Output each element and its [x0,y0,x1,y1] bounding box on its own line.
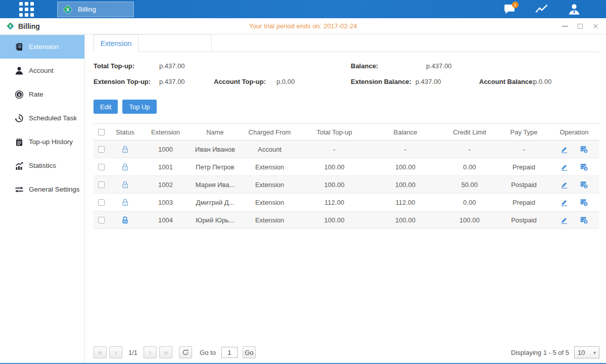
cell-balance: - [370,146,441,153]
go-button[interactable]: Go [243,346,256,358]
edit-button[interactable]: Edit [94,100,118,114]
minimize-icon[interactable] [562,23,569,30]
cell-total-topup: 100.00 [299,181,370,189]
next-page-button[interactable]: › [144,346,157,358]
edit-row-icon[interactable] [560,145,569,154]
sidebar-item-statistics[interactable]: Statistics [0,154,84,177]
cell-pay-type: Postpaid [498,181,549,189]
col-charged-from: Charged From [241,128,299,136]
cell-name: Петр Петров [190,163,241,171]
chevron-down-icon: ▾ [593,350,596,355]
edit-row-icon[interactable] [560,180,569,189]
app-tab-label: Billing [78,6,96,13]
col-total-topup: Total Top-up [299,128,370,136]
window-title-bar: $ Billing Your trial period ends on: 201… [0,18,606,34]
sidebar-item-topup-history[interactable]: Top-up History [0,130,84,154]
table-header: Status Extension Name Charged From Total… [94,123,599,141]
tab-extension[interactable]: Extension [94,34,138,52]
extension-topup-label: Extension Top-up: [94,78,151,85]
extensions-table: Status Extension Name Charged From Total… [94,123,599,229]
last-page-button[interactable]: » [159,346,172,358]
row-checkbox[interactable] [98,217,105,223]
resource-monitor-icon[interactable] [534,3,549,16]
svg-text:$: $ [585,219,587,223]
edit-row-icon[interactable] [560,216,569,224]
cell-name: Дмитрий Д... [190,199,241,206]
sidebar-item-general-settings[interactable]: General Settings [0,177,84,201]
cell-charged-from: Extension [241,199,299,206]
cell-name: Мария Ива... [190,181,241,189]
sidebar-item-label: General Settings [29,186,80,193]
balance-summary: Total Top-up: p.437.00 Balance: p.437.00… [94,59,599,90]
page-size-value: 10 [578,349,585,356]
refresh-button[interactable] [179,346,192,358]
sidebar-item-label: Top-up History [29,138,73,146]
sidebar-item-label: Account [29,67,54,74]
refresh-icon [182,349,189,356]
row-checkbox[interactable] [98,164,105,170]
billing-title-icon: $ [6,22,15,30]
first-page-button[interactable]: « [94,346,107,358]
edit-row-icon[interactable] [560,163,569,171]
top-up-button[interactable]: Top Up [122,100,156,114]
user-account-icon[interactable] [567,3,582,16]
goto-page-input[interactable] [221,347,238,358]
goto-label: Go to [200,349,216,356]
window-title: Billing [18,22,40,30]
sidebar-item-extension[interactable]: Extension [0,35,84,59]
cell-credit-limit: 0.00 [441,163,498,171]
row-checkbox[interactable] [98,181,105,188]
cell-balance: 100.00 [370,181,441,189]
svg-text:$: $ [9,24,12,28]
cell-pay-type: Prepaid [498,199,549,206]
sidebar-item-label: Scheduled Task [29,114,77,122]
select-all-checkbox[interactable] [98,129,105,135]
cell-charged-from: Account [241,146,299,153]
history-clock-icon [15,114,24,123]
table-row: 1001 Петр Петров Extension 100.00 100.00… [94,158,599,176]
extension-balance-value: p.437.00 [415,78,441,85]
table-row: 1004 Юрий Юрь... Extension 100.00 100.00… [94,211,599,229]
cell-credit-limit: 50.00 [441,181,498,189]
close-icon[interactable]: ✕ [592,23,599,30]
extension-balance-label: Extension Balance: [351,78,411,85]
line-chart-icon [535,4,549,15]
sidebar-item-rate[interactable]: $ Rate [0,82,84,106]
maximize-icon[interactable] [577,23,584,30]
top-up-row-icon[interactable]: $ [580,145,588,154]
cell-charged-from: Extension [241,181,299,189]
total-topup-label: Total Top-up: [94,62,134,70]
top-app-bar: $ Billing ! [0,0,606,18]
col-extension: Extension [142,128,190,136]
cell-balance: 100.00 [370,216,441,224]
edit-row-icon[interactable] [560,198,569,207]
prev-page-button[interactable]: ‹ [109,346,122,358]
sidebar-item-scheduled-task[interactable]: Scheduled Task [0,106,84,130]
row-checkbox[interactable] [98,146,105,153]
sliders-arrows-icon [15,185,24,194]
cell-credit-limit: 100.00 [441,216,498,224]
messages-icon[interactable]: ! [502,3,517,16]
cell-name: Юрий Юрь... [190,216,241,224]
cell-credit-limit: 0.00 [441,199,498,206]
app-launcher-grid-icon[interactable] [19,2,34,17]
cell-charged-from: Extension [241,163,299,171]
svg-text:$: $ [66,7,69,12]
top-up-row-icon[interactable]: $ [580,216,588,224]
ledger-icon [15,42,24,52]
page-size-select[interactable]: 10 ▾ [574,346,599,358]
cell-total-topup: 100.00 [299,216,370,224]
balance-value: p.437.00 [426,62,452,70]
cell-credit-limit: - [441,146,498,153]
top-up-row-icon[interactable]: $ [580,198,588,207]
top-up-row-icon[interactable]: $ [580,163,588,171]
table-row: 1002 Мария Ива... Extension 100.00 100.0… [94,176,599,194]
sidebar-item-account[interactable]: Account [0,59,84,82]
cell-charged-from: Extension [241,216,299,224]
top-up-row-icon[interactable]: $ [580,180,588,189]
app-tab-billing[interactable]: $ Billing [57,2,134,17]
account-balance-label: Account Balance: [479,78,535,85]
table-row: 1000 Иван Иванов Account - - - - $ [94,141,599,158]
sidebar-item-label: Statistics [29,162,56,169]
row-checkbox[interactable] [98,199,105,206]
